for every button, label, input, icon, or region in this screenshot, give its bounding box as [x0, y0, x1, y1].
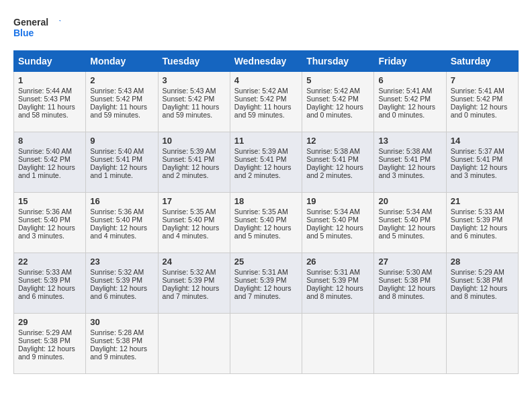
calendar-cell: 30Sunrise: 5:28 AMSunset: 5:38 PMDayligh… — [86, 314, 158, 374]
daylight-label: Daylight: 12 hours and 8 minutes. — [306, 284, 363, 300]
day-number: 20 — [378, 196, 441, 206]
calendar-cell: 24Sunrise: 5:32 AMSunset: 5:39 PMDayligh… — [158, 253, 230, 314]
sunrise-label: Sunrise: 5:35 AM — [234, 208, 288, 216]
sunset-label: Sunset: 5:42 PM — [451, 95, 503, 103]
calendar-cell: 23Sunrise: 5:32 AMSunset: 5:39 PMDayligh… — [86, 253, 158, 314]
calendar-table: SundayMondayTuesdayWednesdayThursdayFrid… — [13, 50, 519, 374]
day-number: 7 — [451, 75, 514, 85]
calendar-week-row: 22Sunrise: 5:33 AMSunset: 5:39 PMDayligh… — [14, 253, 519, 314]
calendar-cell — [158, 314, 230, 374]
sunset-label: Sunset: 5:42 PM — [234, 95, 287, 103]
sunrise-label: Sunrise: 5:42 AM — [234, 87, 288, 95]
svg-marker-2 — [59, 20, 60, 24]
sunset-label: Sunset: 5:40 PM — [18, 216, 71, 224]
sunrise-label: Sunrise: 5:31 AM — [234, 268, 288, 276]
daylight-label: Daylight: 12 hours and 5 minutes. — [234, 224, 292, 240]
calendar-week-row: 8Sunrise: 5:40 AMSunset: 5:42 PMDaylight… — [14, 132, 519, 193]
daylight-label: Daylight: 12 hours and 8 minutes. — [451, 284, 508, 300]
day-number: 10 — [163, 136, 226, 146]
calendar-week-row: 1Sunrise: 5:44 AMSunset: 5:43 PMDaylight… — [14, 72, 519, 132]
day-number: 22 — [18, 257, 81, 267]
sunset-label: Sunset: 5:41 PM — [451, 155, 503, 163]
daylight-label: Daylight: 12 hours and 3 minutes. — [378, 163, 435, 179]
daylight-label: Daylight: 12 hours and 2 minutes. — [234, 163, 292, 179]
day-number: 13 — [378, 136, 441, 146]
sunset-label: Sunset: 5:40 PM — [90, 216, 142, 224]
sunset-label: Sunset: 5:41 PM — [90, 155, 142, 163]
daylight-label: Daylight: 12 hours and 1 minute. — [18, 163, 75, 179]
day-number: 24 — [163, 257, 226, 267]
calendar-cell: 15Sunrise: 5:36 AMSunset: 5:40 PMDayligh… — [14, 193, 86, 253]
sunrise-label: Sunrise: 5:40 AM — [90, 147, 144, 155]
day-number: 11 — [234, 136, 298, 146]
day-number: 18 — [234, 196, 298, 206]
calendar-cell: 28Sunrise: 5:29 AMSunset: 5:38 PMDayligh… — [446, 253, 518, 314]
sunset-label: Sunset: 5:39 PM — [306, 276, 359, 284]
daylight-label: Daylight: 11 hours and 58 minutes. — [18, 103, 75, 119]
sunrise-label: Sunrise: 5:43 AM — [90, 87, 144, 95]
sunrise-label: Sunrise: 5:37 AM — [451, 147, 504, 155]
sunset-label: Sunset: 5:40 PM — [306, 216, 359, 224]
sunset-label: Sunset: 5:38 PM — [90, 336, 142, 345]
calendar-cell: 25Sunrise: 5:31 AMSunset: 5:39 PMDayligh… — [230, 253, 302, 314]
sunrise-label: Sunrise: 5:33 AM — [451, 208, 504, 216]
weekday-header: Sunday — [14, 51, 86, 72]
sunrise-label: Sunrise: 5:28 AM — [90, 328, 144, 336]
weekday-header: Tuesday — [158, 51, 230, 72]
sunrise-label: Sunrise: 5:34 AM — [378, 208, 432, 216]
daylight-label: Daylight: 12 hours and 2 minutes. — [306, 163, 363, 179]
weekday-header: Wednesday — [230, 51, 302, 72]
day-number: 30 — [90, 317, 153, 327]
daylight-label: Daylight: 12 hours and 2 minutes. — [163, 163, 220, 179]
calendar-cell: 27Sunrise: 5:30 AMSunset: 5:38 PMDayligh… — [374, 253, 446, 314]
daylight-label: Daylight: 12 hours and 5 minutes. — [306, 224, 363, 240]
day-number: 5 — [306, 75, 369, 85]
sunrise-label: Sunrise: 5:36 AM — [90, 208, 144, 216]
day-number: 12 — [306, 136, 369, 146]
day-number: 14 — [451, 136, 514, 146]
calendar-cell: 21Sunrise: 5:33 AMSunset: 5:39 PMDayligh… — [446, 193, 518, 253]
sunrise-label: Sunrise: 5:42 AM — [306, 87, 360, 95]
sunset-label: Sunset: 5:42 PM — [306, 95, 359, 103]
day-number: 4 — [234, 75, 298, 85]
calendar-cell: 17Sunrise: 5:35 AMSunset: 5:40 PMDayligh… — [158, 193, 230, 253]
sunset-label: Sunset: 5:40 PM — [234, 216, 287, 224]
calendar-cell: 11Sunrise: 5:39 AMSunset: 5:41 PMDayligh… — [230, 132, 302, 193]
daylight-label: Daylight: 12 hours and 6 minutes. — [451, 224, 508, 240]
day-number: 1 — [18, 75, 81, 85]
sunrise-label: Sunrise: 5:39 AM — [163, 147, 216, 155]
calendar-cell: 20Sunrise: 5:34 AMSunset: 5:40 PMDayligh… — [374, 193, 446, 253]
sunrise-label: Sunrise: 5:38 AM — [378, 147, 432, 155]
logo: General Blue — [13, 13, 60, 44]
daylight-label: Daylight: 12 hours and 4 minutes. — [163, 224, 220, 240]
logo-svg: General Blue — [13, 13, 60, 44]
day-number: 26 — [306, 257, 369, 267]
calendar-cell: 2Sunrise: 5:43 AMSunset: 5:42 PMDaylight… — [86, 72, 158, 132]
weekday-header: Friday — [374, 51, 446, 72]
sunrise-label: Sunrise: 5:43 AM — [163, 87, 216, 95]
daylight-label: Daylight: 12 hours and 1 minute. — [90, 163, 147, 179]
daylight-label: Daylight: 12 hours and 0 minutes. — [451, 103, 508, 119]
weekday-header: Thursday — [302, 51, 374, 72]
daylight-label: Daylight: 12 hours and 3 minutes. — [18, 224, 75, 240]
sunset-label: Sunset: 5:39 PM — [90, 276, 142, 284]
calendar-cell: 13Sunrise: 5:38 AMSunset: 5:41 PMDayligh… — [374, 132, 446, 193]
sunset-label: Sunset: 5:39 PM — [451, 216, 503, 224]
daylight-label: Daylight: 11 hours and 59 minutes. — [90, 103, 147, 119]
daylight-label: Daylight: 12 hours and 8 minutes. — [378, 284, 435, 300]
sunrise-label: Sunrise: 5:41 AM — [451, 87, 504, 95]
calendar-cell: 8Sunrise: 5:40 AMSunset: 5:42 PMDaylight… — [14, 132, 86, 193]
sunset-label: Sunset: 5:42 PM — [163, 95, 215, 103]
calendar-cell: 18Sunrise: 5:35 AMSunset: 5:40 PMDayligh… — [230, 193, 302, 253]
daylight-label: Daylight: 12 hours and 3 minutes. — [451, 163, 508, 179]
calendar-cell: 22Sunrise: 5:33 AMSunset: 5:39 PMDayligh… — [14, 253, 86, 314]
calendar-cell: 9Sunrise: 5:40 AMSunset: 5:41 PMDaylight… — [86, 132, 158, 193]
sunset-label: Sunset: 5:39 PM — [234, 276, 287, 284]
calendar-cell: 14Sunrise: 5:37 AMSunset: 5:41 PMDayligh… — [446, 132, 518, 193]
weekday-header: Monday — [86, 51, 158, 72]
sunset-label: Sunset: 5:41 PM — [234, 155, 287, 163]
day-number: 17 — [163, 196, 226, 206]
sunset-label: Sunset: 5:39 PM — [163, 276, 215, 284]
calendar-cell: 19Sunrise: 5:34 AMSunset: 5:40 PMDayligh… — [302, 193, 374, 253]
daylight-label: Daylight: 12 hours and 9 minutes. — [18, 345, 75, 361]
